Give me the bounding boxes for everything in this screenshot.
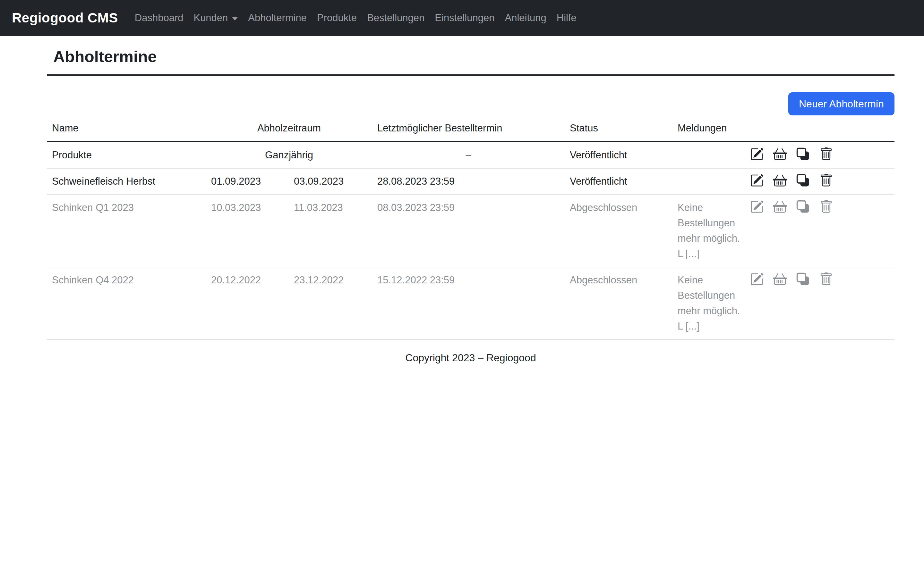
cell-name: Schinken Q1 2023 — [47, 195, 206, 267]
cell-abholzeitraum-start: 10.03.2023 — [206, 195, 289, 267]
duplicate-icon — [796, 147, 810, 161]
nav-item-produkte[interactable]: Produkte — [317, 12, 357, 24]
cell-meldungen: Keine Bestellungen mehr möglich. L [...] — [672, 195, 748, 267]
orders-action-button[interactable] — [773, 174, 787, 187]
edit-action-button[interactable] — [750, 147, 764, 161]
title-divider — [47, 74, 895, 76]
pencil-square-icon — [750, 272, 764, 286]
abholtermine-table: Name Abholzeitraum Letztmöglicher Bestel… — [47, 115, 895, 340]
pencil-square-icon — [750, 174, 764, 187]
caret-down-icon — [232, 17, 238, 21]
cell-abholzeitraum-end: 11.03.2023 — [289, 195, 372, 267]
edit-action-button[interactable] — [750, 200, 764, 213]
nav-item-abholtermine[interactable]: Abholtermine — [248, 12, 307, 24]
cell-status: Abgeschlossen — [565, 267, 672, 340]
basket-icon — [773, 147, 787, 161]
cell-bestelltermin: – — [372, 142, 565, 168]
cell-name: Produkte — [47, 142, 206, 168]
delete-action-button[interactable] — [819, 174, 833, 187]
table-row: Schweinefleisch Herbst 01.09.2023 03.09.… — [47, 168, 895, 195]
page-title: Abholtermine — [53, 47, 895, 66]
duplicate-action-button[interactable] — [796, 200, 810, 213]
column-header-bestelltermin: Letztmöglicher Bestelltermin — [372, 115, 565, 142]
new-abholtermin-button[interactable]: Neuer Abholtermin — [788, 92, 895, 115]
cell-bestelltermin: 08.03.2023 23:59 — [372, 195, 565, 267]
duplicate-icon — [796, 200, 810, 213]
table-row: Schinken Q4 2022 20.12.2022 23.12.2022 1… — [47, 267, 895, 340]
brand-link[interactable]: Regiogood CMS — [12, 10, 118, 26]
cell-bestelltermin: 15.12.2022 23:59 — [372, 267, 565, 340]
table-row: Schinken Q1 2023 10.03.2023 11.03.2023 0… — [47, 195, 895, 267]
cell-bestelltermin: 28.08.2023 23:59 — [372, 168, 565, 195]
cell-status: Veröffentlicht — [565, 168, 672, 195]
delete-action-button[interactable] — [819, 272, 833, 286]
cell-meldungen: Keine Bestellungen mehr möglich. L [...] — [672, 267, 748, 340]
cell-abholzeitraum-start: 20.12.2022 — [206, 267, 289, 340]
orders-action-button[interactable] — [773, 272, 787, 286]
cell-meldungen — [672, 142, 748, 168]
trash-icon — [819, 200, 833, 213]
cell-name: Schinken Q4 2022 — [47, 267, 206, 340]
nav-item-kunden-label: Kunden — [194, 12, 228, 24]
cell-abholzeitraum-end: 03.09.2023 — [289, 168, 372, 195]
cell-abholzeitraum-start: 01.09.2023 — [206, 168, 289, 195]
duplicate-action-button[interactable] — [796, 174, 810, 187]
table-header-row: Name Abholzeitraum Letztmöglicher Bestel… — [47, 115, 895, 142]
copyright-text: Copyright 2023 – Regiogood — [47, 352, 895, 364]
cell-actions — [748, 267, 895, 340]
main-content: Abholtermine Neuer Abholtermin Name Abho… — [47, 47, 895, 364]
cell-actions — [748, 195, 895, 267]
trash-icon — [819, 147, 833, 161]
column-header-meldungen: Meldungen — [672, 115, 748, 142]
cell-actions — [748, 168, 895, 195]
duplicate-icon — [796, 272, 810, 286]
basket-icon — [773, 200, 787, 213]
column-header-status: Status — [565, 115, 672, 142]
cell-actions — [748, 142, 895, 168]
nav-items: Dashboard Kunden Abholtermine Produkte B… — [129, 12, 582, 24]
column-header-name: Name — [47, 115, 206, 142]
orders-action-button[interactable] — [773, 147, 787, 161]
nav-item-kunden[interactable]: Kunden — [194, 12, 238, 24]
pencil-square-icon — [750, 147, 764, 161]
duplicate-icon — [796, 174, 810, 187]
nav-item-hilfe[interactable]: Hilfe — [557, 12, 577, 24]
footer: Copyright 2023 – Regiogood — [47, 352, 895, 364]
cell-meldungen — [672, 168, 748, 195]
edit-action-button[interactable] — [750, 174, 764, 187]
nav-item-einstellungen[interactable]: Einstellungen — [435, 12, 494, 24]
duplicate-action-button[interactable] — [796, 147, 810, 161]
column-header-abholzeitraum: Abholzeitraum — [206, 115, 372, 142]
delete-action-button[interactable] — [819, 147, 833, 161]
cell-abholzeitraum: Ganzjährig — [206, 142, 372, 168]
cell-status: Veröffentlicht — [565, 142, 672, 168]
nav-item-bestellungen[interactable]: Bestellungen — [367, 12, 425, 24]
duplicate-action-button[interactable] — [796, 272, 810, 286]
nav-item-anleitung[interactable]: Anleitung — [505, 12, 546, 24]
cell-abholzeitraum-end: 23.12.2022 — [289, 267, 372, 340]
column-header-actions — [748, 115, 895, 142]
nav-item-dashboard[interactable]: Dashboard — [135, 12, 184, 24]
toolbar: Neuer Abholtermin — [47, 92, 895, 115]
basket-icon — [773, 272, 787, 286]
cell-status: Abgeschlossen — [565, 195, 672, 267]
cell-name: Schweinefleisch Herbst — [47, 168, 206, 195]
delete-action-button[interactable] — [819, 200, 833, 213]
basket-icon — [773, 174, 787, 187]
pencil-square-icon — [750, 200, 764, 213]
table-row: Produkte Ganzjährig – Veröffentlicht — [47, 142, 895, 168]
orders-action-button[interactable] — [773, 200, 787, 213]
trash-icon — [819, 272, 833, 286]
navbar: Regiogood CMS Dashboard Kunden Abholterm… — [0, 0, 924, 36]
edit-action-button[interactable] — [750, 272, 764, 286]
trash-icon — [819, 174, 833, 187]
